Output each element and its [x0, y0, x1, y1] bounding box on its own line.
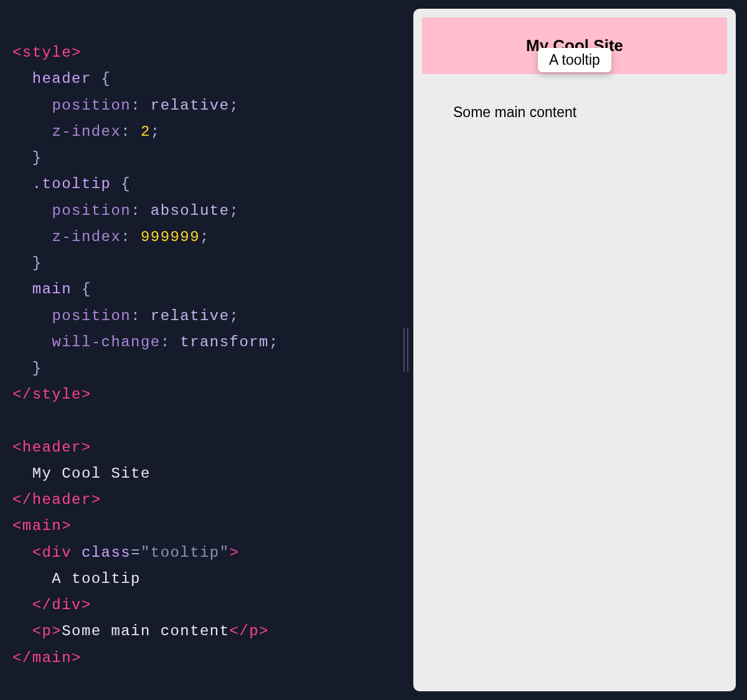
- selector-header: header: [32, 70, 92, 87]
- code-pane: <style> header { position: relative; z-i…: [0, 0, 398, 700]
- preview-main: A tooltip Some main content: [422, 74, 727, 121]
- preview-paragraph: Some main content: [422, 74, 727, 121]
- header-text-content: My Cool Site: [12, 465, 151, 482]
- selector-main: main: [32, 281, 72, 298]
- preview-tooltip: A tooltip: [538, 48, 611, 72]
- header-close-tag: </header>: [12, 491, 101, 508]
- main-close-tag: </main>: [12, 650, 82, 666]
- selector-tooltip: .tooltip: [32, 176, 111, 192]
- preview-pane: My Cool Site A tooltip Some main content: [413, 0, 747, 700]
- main-open-tag: <main>: [12, 518, 72, 534]
- drag-handle-icon: [403, 328, 408, 372]
- style-open-tag: <style>: [12, 44, 82, 61]
- pane-divider[interactable]: [398, 0, 413, 700]
- header-open-tag: <header>: [12, 439, 92, 456]
- preview-window: My Cool Site A tooltip Some main content: [413, 9, 736, 691]
- style-close-tag: </style>: [12, 386, 92, 403]
